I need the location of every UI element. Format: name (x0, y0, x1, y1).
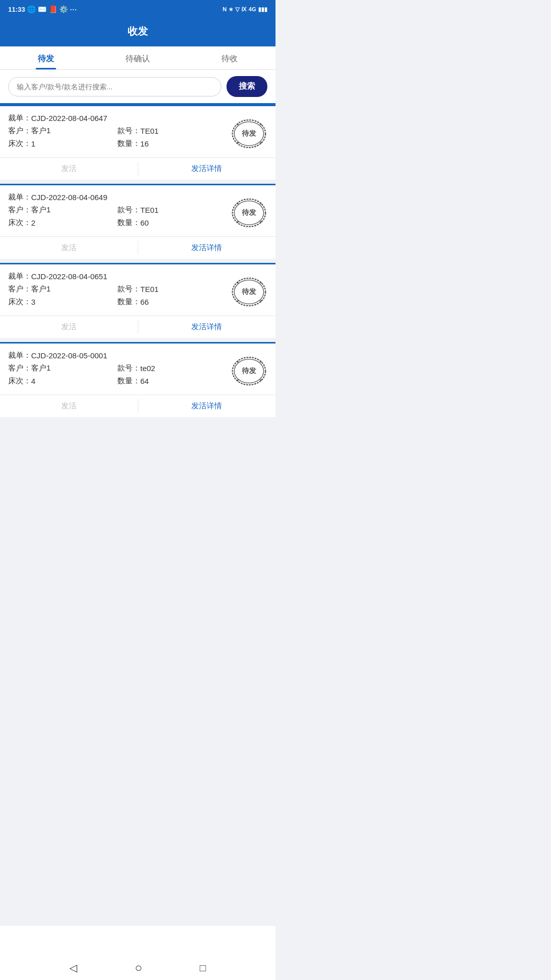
card-4-stamp: 待发 ★ ★ ★ ★ (231, 353, 267, 389)
card-1-kehu-col: 客户： 客户1 (8, 126, 117, 136)
card-2-kuanhao-col: 款号： TE01 (117, 205, 227, 215)
card-4-fahou-button[interactable]: 发活 (0, 395, 138, 417)
svg-text:★: ★ (236, 378, 239, 382)
page-header: 收发 (0, 18, 276, 46)
card-1-row3: 床次： 1 数量： 16 (8, 139, 227, 152)
card-1-row2: 客户： 客户1 款号： TE01 (8, 126, 227, 139)
card-4-info: 裁单： CJD-2022-08-05-0001 客户： 客户1 款号： te02 (8, 351, 227, 389)
card-1-info: 裁单： CJD-2022-08-04-0647 客户： 客户1 款号： TE01 (8, 113, 227, 152)
card-4-shulian-col: 数量： 64 (117, 376, 227, 386)
svg-text:★: ★ (236, 140, 239, 145)
tab-pending-receive[interactable]: 待收 (184, 46, 276, 69)
card-4-body: 裁单： CJD-2022-08-05-0001 客户： 客户1 款号： te02 (0, 344, 276, 395)
card-1-kuanhao-label: 款号： (117, 126, 140, 136)
svg-text:★: ★ (259, 140, 262, 145)
card-3-row2: 客户： 客户1 款号： TE01 (8, 284, 227, 297)
svg-text:待发: 待发 (241, 366, 257, 375)
status-bar: 11:33 🌐 ✉️ 📕 ⚙️ ··· N ∗ ▽ Ⅸ 4G ▮▮▮ (0, 0, 276, 18)
svg-text:★: ★ (259, 201, 262, 206)
card-1-stamp: 待发 ★ ★ ★ ★ (231, 115, 267, 152)
card-2-shulian-col: 数量： 60 (117, 218, 227, 228)
card-2-stamp: 待发 ★ ★ ★ ★ (231, 194, 267, 231)
card-2-actions: 发活 发活详情 (0, 236, 276, 259)
card-2-fahou-button[interactable]: 发活 (0, 237, 138, 259)
card-4-fahoudetail-button[interactable]: 发活详情 (138, 395, 276, 417)
card-3-kuanhao-col: 款号： TE01 (117, 284, 227, 294)
card-1-caidan-value: CJD-2022-08-04-0647 (31, 114, 107, 122)
mail-icon: ✉️ (38, 5, 46, 13)
svg-text:★: ★ (259, 280, 262, 285)
book-icon: 📕 (48, 5, 57, 13)
card-1-body: 裁单： CJD-2022-08-04-0647 客户： 客户1 款号： TE01 (0, 106, 276, 157)
svg-text:★: ★ (236, 359, 239, 364)
card-2-kehu-col: 客户： 客户1 (8, 205, 117, 215)
wifi-icon: ▽ (235, 6, 239, 13)
tab-pending-send[interactable]: 待发 (0, 46, 92, 69)
card-list: 裁单： CJD-2022-08-04-0647 客户： 客户1 款号： TE01 (0, 105, 276, 462)
card-2-info: 裁单： CJD-2022-08-04-0649 客户： 客户1 款号： TE01 (8, 192, 227, 231)
search-button[interactable]: 搜索 (227, 76, 267, 97)
time-display: 11:33 (8, 6, 25, 13)
card-3-fahou-button[interactable]: 发活 (0, 316, 138, 338)
card-1-kehu-label: 客户： (8, 126, 31, 136)
svg-text:★: ★ (259, 299, 262, 303)
card-4-row3: 床次： 4 数量： 64 (8, 376, 227, 389)
svg-text:★: ★ (236, 299, 239, 303)
card-4-actions: 发活 发活详情 (0, 395, 276, 417)
card-2: 裁单： CJD-2022-08-04-0649 客户： 客户1 款号： TE01 (0, 184, 276, 259)
card-4-benci-col: 床次： 4 (8, 376, 117, 386)
svg-text:★: ★ (259, 359, 262, 364)
battery-icon: ▮▮▮ (258, 6, 267, 13)
search-input[interactable] (8, 77, 221, 96)
bottom-spacer (0, 421, 276, 462)
card-2-benci-col: 床次： 2 (8, 218, 117, 228)
card-1-kehu-value: 客户1 (31, 126, 51, 136)
bluetooth-icon: ∗ (229, 6, 233, 13)
card-4: 裁单： CJD-2022-08-05-0001 客户： 客户1 款号： te02 (0, 342, 276, 417)
card-1-benci-label: 床次： (8, 139, 31, 149)
card-3-actions: 发活 发活详情 (0, 315, 276, 338)
card-4-caidan-row: 裁单： CJD-2022-08-05-0001 (8, 351, 227, 360)
card-3-body: 裁单： CJD-2022-08-04-0651 客户： 客户1 款号： TE01 (0, 264, 276, 315)
nfc-icon: N (222, 6, 227, 12)
card-2-fahoudetail-button[interactable]: 发活详情 (138, 237, 276, 259)
card-4-row2: 客户： 客户1 款号： te02 (8, 363, 227, 376)
card-3-caidan-row: 裁单： CJD-2022-08-04-0651 (8, 272, 227, 281)
tab-bar: 待发 待确认 待收 (0, 46, 276, 70)
card-1-caidan-row: 裁单： CJD-2022-08-04-0647 (8, 113, 227, 123)
card-1-kuanhao-col: 款号： TE01 (117, 126, 227, 136)
svg-text:待发: 待发 (241, 129, 257, 137)
card-1-shulian-col: 数量： 16 (117, 139, 227, 149)
card-1-kuanhao-value: TE01 (140, 127, 159, 135)
gear-icon: ⚙️ (59, 5, 68, 13)
card-3: 裁单： CJD-2022-08-04-0651 客户： 客户1 款号： TE01 (0, 263, 276, 338)
card-4-kehu-col: 客户： 客户1 (8, 363, 117, 373)
card-2-caidan-row: 裁单： CJD-2022-08-04-0649 (8, 192, 227, 202)
card-2-caidan-value: CJD-2022-08-04-0649 (31, 193, 107, 202)
card-2-caidan-label: 裁单： (8, 192, 31, 202)
card-1-shulian-value: 16 (140, 139, 149, 148)
card-3-fahoudetail-button[interactable]: 发活详情 (138, 316, 276, 338)
status-bar-left: 11:33 🌐 ✉️ 📕 ⚙️ ··· (8, 5, 77, 13)
svg-text:待发: 待发 (241, 208, 257, 216)
status-bar-right: N ∗ ▽ Ⅸ 4G ▮▮▮ (222, 6, 267, 13)
tab-pending-confirm[interactable]: 待确认 (92, 46, 184, 69)
card-3-info: 裁单： CJD-2022-08-04-0651 客户： 客户1 款号： TE01 (8, 272, 227, 310)
card-3-stamp: 待发 ★ ★ ★ ★ (231, 274, 267, 310)
card-2-row2: 客户： 客户1 款号： TE01 (8, 205, 227, 218)
svg-text:待发: 待发 (241, 287, 257, 296)
card-1-actions: 发活 发活详情 (0, 157, 276, 180)
svg-text:★: ★ (259, 122, 262, 127)
card-1-fahoudetail-button[interactable]: 发活详情 (138, 158, 276, 180)
search-bar: 搜索 (0, 70, 276, 105)
card-1-fahou-button[interactable]: 发活 (0, 158, 138, 180)
svg-text:★: ★ (259, 219, 262, 224)
card-1-shulian-label: 数量： (117, 139, 140, 149)
card-3-shulian-col: 数量： 66 (117, 297, 227, 307)
signal-icon: Ⅸ (241, 6, 246, 13)
svg-text:★: ★ (259, 378, 262, 382)
4g-icon: 4G (248, 6, 256, 12)
globe-icon: 🌐 (27, 5, 36, 13)
card-1: 裁单： CJD-2022-08-04-0647 客户： 客户1 款号： TE01 (0, 105, 276, 180)
card-2-body: 裁单： CJD-2022-08-04-0649 客户： 客户1 款号： TE01 (0, 185, 276, 236)
